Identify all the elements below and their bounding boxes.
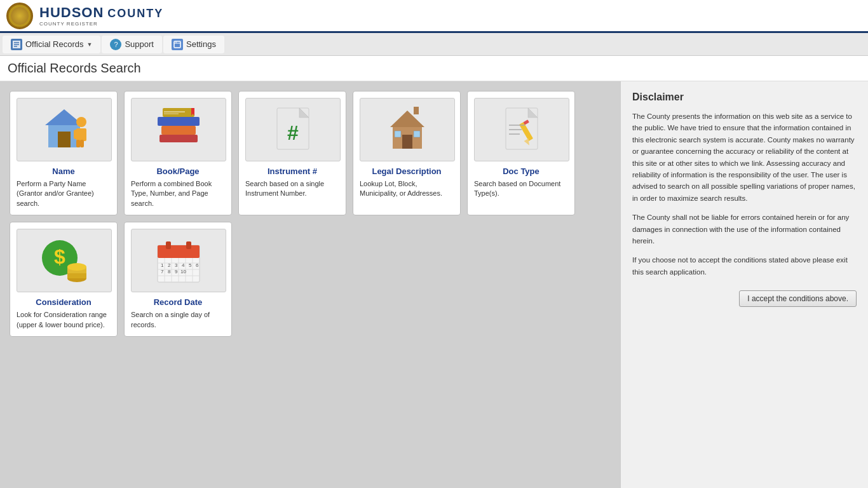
county-register-label: COUNTY REGISTER <box>39 21 163 27</box>
disclaimer-text-1: The County presents the information on t… <box>632 111 857 204</box>
support-nav[interactable]: ? Support <box>102 36 162 53</box>
svg-text:10: 10 <box>180 269 186 274</box>
consideration-icon-area: $ <box>17 229 112 292</box>
svg-rect-32 <box>402 135 412 149</box>
svg-rect-53 <box>166 241 171 249</box>
legal-icon-area <box>360 98 455 161</box>
name-card-title: Name <box>17 166 111 176</box>
svg-text:3: 3 <box>175 262 178 268</box>
svg-text:2: 2 <box>168 262 171 268</box>
consideration-card-title: Consideration <box>17 297 111 307</box>
svg-rect-12 <box>58 132 71 147</box>
svg-text:4: 4 <box>182 262 185 268</box>
logo-emblem: ⚖ <box>6 3 33 29</box>
county-logo-text: HUDSON COUNTY COUNTY REGISTER <box>39 4 163 27</box>
consideration-card-desc: Look for Consideration range (upper & lo… <box>17 310 111 330</box>
svg-rect-18 <box>80 140 84 147</box>
bookpage-card-desc: Perform a combined Book Type, Number, an… <box>131 179 225 208</box>
svg-rect-35 <box>414 107 419 114</box>
cards-row-2: $ Consideration Look for Consideration r… <box>10 222 611 337</box>
main-content: Name Perform a Party Name (Grantor and/o… <box>0 81 868 488</box>
doctype-card-title: Doc Type <box>474 166 568 176</box>
legal-search-card[interactable]: Legal Description Lookup Lot, Block, Mun… <box>353 91 461 215</box>
svg-marker-30 <box>390 111 424 127</box>
support-icon: ? <box>110 39 121 50</box>
svg-text:1: 1 <box>161 262 164 268</box>
search-cards-area: Name Perform a Party Name (Grantor and/o… <box>0 81 620 488</box>
bookpage-icon-area <box>131 98 226 161</box>
name-card-desc: Perform a Party Name (Grantor and/or Gra… <box>17 179 111 208</box>
doctype-icon-area <box>474 98 569 161</box>
accept-conditions-button[interactable]: I accept the conditions above. <box>739 290 857 307</box>
instrument-card-desc: Search based on a single Instrument Numb… <box>245 179 339 199</box>
support-nav-label: Support <box>125 39 154 49</box>
svg-text:5: 5 <box>189 262 192 268</box>
navigation-bar: Official Records ▼ ? Support Settings <box>0 33 868 56</box>
svg-point-13 <box>76 117 86 127</box>
settings-icon <box>172 39 183 50</box>
page-title-bar: Official Records Search <box>0 56 868 81</box>
svg-text:$: $ <box>54 245 65 268</box>
svg-rect-22 <box>163 108 194 117</box>
svg-rect-15 <box>74 130 79 139</box>
bookpage-card-title: Book/Page <box>131 166 225 176</box>
svg-text:6: 6 <box>196 262 199 268</box>
disclaimer-text-3: If you choose not to accept the conditio… <box>632 254 857 278</box>
hudson-label: HUDSON <box>39 4 104 21</box>
name-search-card[interactable]: Name Perform a Party Name (Grantor and/o… <box>10 91 118 215</box>
accept-button-area: I accept the conditions above. <box>632 290 857 307</box>
svg-rect-20 <box>161 126 196 135</box>
legal-card-title: Legal Description <box>360 166 454 176</box>
svg-rect-50 <box>67 273 86 278</box>
settings-nav[interactable]: Settings <box>163 36 224 53</box>
svg-rect-52 <box>158 245 200 258</box>
disclaimer-title: Disclaimer <box>632 92 857 103</box>
official-records-nav[interactable]: Official Records ▼ <box>3 36 100 53</box>
svg-text:8: 8 <box>168 269 171 274</box>
settings-nav-label: Settings <box>186 39 216 49</box>
svg-point-0 <box>8 4 31 27</box>
disclaimer-text-2: The County shall not be liable for error… <box>632 212 857 247</box>
doctype-search-card[interactable]: Doc Type Search based on Document Type(s… <box>467 91 575 215</box>
svg-text:#: # <box>287 121 299 144</box>
svg-rect-19 <box>159 135 198 142</box>
svg-point-48 <box>67 263 86 271</box>
recorddate-card-desc: Search on a single day of records. <box>131 310 225 330</box>
svg-rect-33 <box>395 131 401 137</box>
svg-rect-54 <box>186 241 191 249</box>
app-header: ⚖ HUDSON COUNTY COUNTY REGISTER <box>0 0 868 33</box>
svg-point-1 <box>11 7 29 25</box>
recorddate-icon-area: 1 2 3 4 5 6 7 8 9 10 <box>131 229 226 292</box>
svg-rect-34 <box>414 131 420 137</box>
instrument-search-card[interactable]: # Instrument # Search based on a single … <box>238 91 346 215</box>
county-label: COUNTY <box>107 7 163 20</box>
bookpage-search-card[interactable]: Book/Page Perform a combined Book Type, … <box>124 91 232 215</box>
svg-rect-17 <box>76 140 80 147</box>
instrument-card-title: Instrument # <box>245 166 339 176</box>
records-chevron-icon: ▼ <box>87 41 93 48</box>
svg-rect-21 <box>158 117 200 126</box>
svg-text:9: 9 <box>175 269 178 274</box>
svg-text:7: 7 <box>161 269 164 274</box>
svg-text:⚖: ⚖ <box>15 10 25 21</box>
legal-card-desc: Lookup Lot, Block, Municipality, or Addr… <box>360 179 454 199</box>
logo-area: ⚖ HUDSON COUNTY COUNTY REGISTER <box>6 3 163 29</box>
svg-rect-16 <box>81 130 86 139</box>
doctype-card-desc: Search based on Document Type(s). <box>474 179 568 199</box>
recorddate-search-card[interactable]: 1 2 3 4 5 6 7 8 9 10 Record Date Search … <box>124 222 232 337</box>
cards-row-1: Name Perform a Party Name (Grantor and/o… <box>10 91 611 215</box>
disclaimer-panel: Disclaimer The County presents the infor… <box>620 81 868 488</box>
name-icon-area <box>17 98 112 161</box>
recorddate-card-title: Record Date <box>131 297 225 307</box>
svg-rect-7 <box>174 41 180 48</box>
records-icon <box>11 39 22 50</box>
consideration-search-card[interactable]: $ Consideration Look for Consideration r… <box>10 222 118 337</box>
instrument-icon-area: # <box>245 98 341 161</box>
records-nav-label: Official Records <box>25 39 84 49</box>
page-title: Official Records Search <box>8 61 860 76</box>
